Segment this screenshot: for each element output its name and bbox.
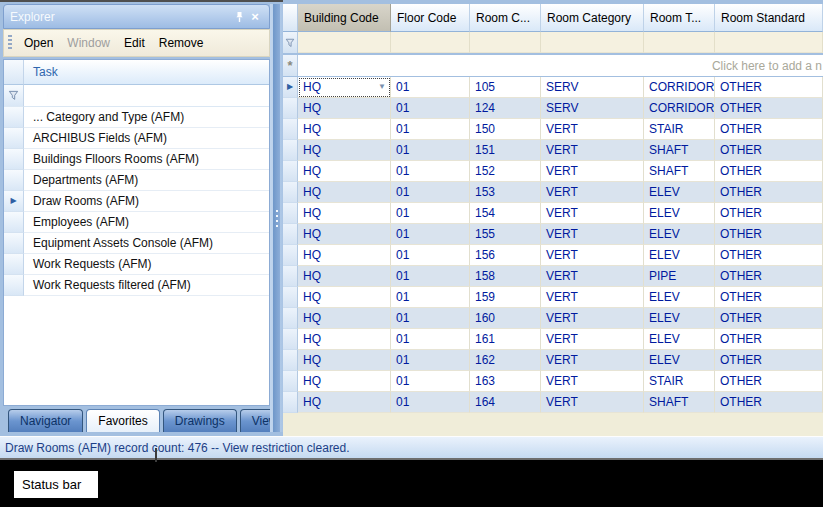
grid-cell[interactable]: HQ — [298, 161, 391, 182]
task-item-archibus-fields-afm[interactable]: ARCHIBUS Fields (AFM) — [4, 128, 269, 149]
grid-cell[interactable]: VERT — [541, 245, 644, 266]
grid-cell[interactable]: 01 — [391, 203, 470, 224]
grid-cell[interactable]: OTHER — [715, 350, 823, 371]
grid-cell[interactable]: VERT — [541, 308, 644, 329]
row-indicator[interactable] — [283, 245, 298, 266]
grid-cell[interactable]: CORRIDOR — [644, 98, 715, 119]
table-row[interactable]: HQ01152VERTSHAFTOTHER — [283, 161, 823, 182]
column-header-room-t[interactable]: Room T... — [644, 4, 715, 32]
grid-cell[interactable]: 01 — [391, 224, 470, 245]
grid-cell[interactable]: 163 — [470, 371, 541, 392]
grid-cell[interactable]: ELEV — [644, 182, 715, 203]
grid-cell[interactable]: VERT — [541, 182, 644, 203]
task-item-buildings-flloors-rooms-afm[interactable]: Buildings Flloors Rooms (AFM) — [4, 149, 269, 170]
grid-cell[interactable]: 162 — [470, 350, 541, 371]
explorer-titlebar[interactable]: Explorer × — [3, 4, 270, 29]
grid-cell[interactable]: SHAFT — [644, 140, 715, 161]
dropdown-arrow-icon[interactable]: ▼ — [378, 83, 386, 91]
grid-cell[interactable]: ELEV — [644, 308, 715, 329]
grid-cell[interactable]: VERT — [541, 287, 644, 308]
grid-cell[interactable]: 01 — [391, 98, 470, 119]
table-row[interactable]: HQ01161VERTELEVOTHER — [283, 329, 823, 350]
grid-cell[interactable]: 159 — [470, 287, 541, 308]
grid-cell[interactable]: STAIR — [644, 119, 715, 140]
grid-cell[interactable]: 01 — [391, 182, 470, 203]
row-indicator[interactable] — [283, 161, 298, 182]
grid-cell[interactable]: OTHER — [715, 203, 823, 224]
grid-cell[interactable]: HQ — [298, 224, 391, 245]
row-indicator[interactable] — [283, 224, 298, 245]
table-row[interactable]: HQ01151VERTSHAFTOTHER — [283, 140, 823, 161]
grid-add-row[interactable]: * Click here to add a n — [283, 55, 823, 76]
row-indicator[interactable] — [283, 203, 298, 224]
row-indicator[interactable] — [283, 98, 298, 119]
column-header-room-standard[interactable]: Room Standard — [715, 4, 823, 32]
splitter-grip-icon[interactable] — [273, 4, 280, 432]
menu-remove[interactable]: Remove — [152, 33, 211, 53]
tab-drawings[interactable]: Drawings — [163, 409, 237, 432]
grid-cell[interactable]: SHAFT — [644, 392, 715, 413]
grid-cell[interactable]: HQ — [298, 371, 391, 392]
grid-cell[interactable]: 160 — [470, 308, 541, 329]
table-row[interactable]: HQ01153VERTELEVOTHER — [283, 182, 823, 203]
grid-cell[interactable]: 158 — [470, 266, 541, 287]
grid-cell[interactable]: 01 — [391, 371, 470, 392]
row-indicator[interactable] — [283, 308, 298, 329]
grid-cell[interactable]: OTHER — [715, 392, 823, 413]
row-indicator[interactable] — [283, 182, 298, 203]
task-filter-row[interactable] — [4, 85, 269, 107]
grid-cell[interactable]: ELEV — [644, 329, 715, 350]
table-row[interactable]: HQ01164VERTSHAFTOTHER — [283, 392, 823, 413]
task-item-work-requests-filtered-afm[interactable]: Work Requests filtered (AFM) — [4, 275, 269, 296]
grid-cell[interactable]: HQ — [298, 140, 391, 161]
tab-navigator[interactable]: Navigator — [8, 409, 83, 432]
row-indicator[interactable] — [283, 350, 298, 371]
grid-cell[interactable]: VERT — [541, 350, 644, 371]
grid-cell[interactable]: SERV — [541, 98, 644, 119]
grid-cell[interactable]: CORRIDOR — [644, 77, 715, 98]
table-row[interactable]: HQ01156VERTELEVOTHER — [283, 245, 823, 266]
grid-cell[interactable]: 105 — [470, 77, 541, 98]
grid-cell[interactable]: HQ — [298, 203, 391, 224]
grid-cell[interactable]: OTHER — [715, 371, 823, 392]
task-column-header[interactable]: Task — [24, 60, 269, 85]
grid-cell[interactable]: 01 — [391, 266, 470, 287]
grid-cell[interactable]: VERT — [541, 371, 644, 392]
grid-cell[interactable]: 151 — [470, 140, 541, 161]
grid-cell[interactable]: HQ▼ — [298, 77, 391, 98]
grid-cell[interactable]: OTHER — [715, 266, 823, 287]
filter-cell-floor-code[interactable] — [391, 32, 470, 53]
grid-cell[interactable]: HQ — [298, 287, 391, 308]
grid-cell[interactable]: HQ — [298, 98, 391, 119]
table-row[interactable]: HQ01160VERTELEVOTHER — [283, 308, 823, 329]
grid-cell[interactable]: 161 — [470, 329, 541, 350]
toolbar-grip-icon[interactable] — [8, 35, 12, 51]
row-indicator[interactable] — [283, 119, 298, 140]
grid-cell[interactable]: OTHER — [715, 98, 823, 119]
grid-cell[interactable]: HQ — [298, 266, 391, 287]
menu-edit[interactable]: Edit — [117, 33, 152, 53]
grid-cell[interactable]: 01 — [391, 287, 470, 308]
pin-icon[interactable] — [231, 9, 247, 25]
grid-cell[interactable]: HQ — [298, 308, 391, 329]
filter-cell-room-c[interactable] — [470, 32, 541, 53]
filter-cell-building-code[interactable] — [298, 32, 391, 53]
grid-cell[interactable]: HQ — [298, 329, 391, 350]
add-row-prompt[interactable]: Click here to add a n — [298, 55, 823, 76]
close-icon[interactable]: × — [247, 9, 263, 25]
grid-cell[interactable]: 152 — [470, 161, 541, 182]
grid-cell[interactable]: 164 — [470, 392, 541, 413]
grid-cell[interactable]: 01 — [391, 329, 470, 350]
grid-cell[interactable]: OTHER — [715, 329, 823, 350]
grid-cell[interactable]: HQ — [298, 392, 391, 413]
table-row[interactable]: HQ01150VERTSTAIROTHER — [283, 119, 823, 140]
grid-cell[interactable]: PIPE — [644, 266, 715, 287]
task-item-category-and-type-afm[interactable]: ... Category and Type (AFM) — [4, 107, 269, 128]
table-row[interactable]: HQ01159VERTELEVOTHER — [283, 287, 823, 308]
grid-cell[interactable]: OTHER — [715, 287, 823, 308]
grid-cell[interactable]: OTHER — [715, 245, 823, 266]
grid-cell[interactable]: 01 — [391, 119, 470, 140]
table-row[interactable]: HQ01163VERTSTAIROTHER — [283, 371, 823, 392]
grid-cell[interactable]: VERT — [541, 266, 644, 287]
grid-cell[interactable]: SERV — [541, 77, 644, 98]
